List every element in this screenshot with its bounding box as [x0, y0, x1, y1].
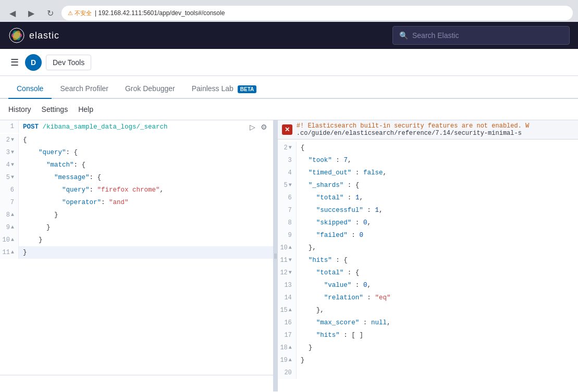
- collapse-8[interactable]: ▲: [11, 210, 14, 220]
- collapse-11[interactable]: ▲: [11, 247, 14, 258]
- editor-line-3: 3 ▼ "query": {: [0, 146, 273, 159]
- main-content: 1 POST /kibana_sample_data_logs/_search …: [0, 120, 578, 391]
- result-collapse-11[interactable]: ▼: [289, 255, 292, 265]
- editor-line-4: 4 ▼ "match": {: [0, 159, 273, 171]
- editor-line-5: 5 ▼ "message": {: [0, 171, 273, 184]
- collapse-10[interactable]: ▲: [11, 235, 14, 245]
- tab-painless-lab[interactable]: Painless Lab BETA: [183, 79, 265, 99]
- menu-button[interactable]: ☰: [8, 55, 21, 70]
- collapse-3[interactable]: ▼: [11, 147, 14, 158]
- line-content-10[interactable]: }: [19, 234, 273, 246]
- result-line-12: 12 ▼ "total" : {: [278, 267, 578, 279]
- result-line-num-16: 16: [278, 317, 297, 329]
- line-number-7: 7: [0, 196, 19, 209]
- result-line-9: 9 "failed" : 0: [278, 229, 578, 242]
- result-line-10: 10 ▲ },: [278, 242, 578, 254]
- result-collapse-10[interactable]: ▲: [289, 243, 292, 253]
- play-button[interactable]: ▷: [248, 121, 257, 133]
- result-line-2: 2 ▼ {: [278, 142, 578, 154]
- result-line-num-15: 15 ▲: [278, 304, 297, 317]
- line-content-11[interactable]: }: [19, 246, 273, 259]
- line-content-4[interactable]: "match": {: [19, 159, 273, 171]
- collapse-2[interactable]: ▼: [11, 135, 14, 145]
- line-content-1[interactable]: POST /kibana_sample_data_logs/_search ▷ …: [19, 120, 273, 134]
- panel-divider[interactable]: [274, 120, 278, 391]
- result-line-num-17: 17: [278, 329, 297, 342]
- sub-header: ☰ D Dev Tools: [0, 49, 578, 76]
- editor-actions: ▷ ⚙: [248, 121, 269, 133]
- result-collapse-15[interactable]: ▲: [289, 305, 292, 315]
- result-collapse-2[interactable]: ▼: [289, 143, 292, 153]
- collapse-5[interactable]: ▼: [11, 172, 14, 183]
- result-collapse-5[interactable]: ▼: [289, 180, 292, 191]
- elastic-logo[interactable]: elastic: [8, 27, 59, 44]
- editor-line-8: 8 ▲ }: [0, 209, 273, 221]
- forward-button[interactable]: ▶: [24, 6, 39, 20]
- result-collapse-18[interactable]: ▲: [289, 343, 292, 353]
- result-header: ✕ #! Elasticsearch built-in security fea…: [278, 120, 578, 140]
- result-line-num-12: 12 ▼: [278, 267, 297, 279]
- result-content: 2 ▼ { 3 "took" : 7, 4 "timed_out" : fals…: [278, 140, 578, 381]
- line-content-3[interactable]: "query": {: [19, 146, 273, 159]
- search-icon: 🔍: [399, 31, 408, 40]
- help-button[interactable]: Help: [78, 103, 93, 116]
- result-line-4: 4 "timed_out" : false,: [278, 167, 578, 179]
- notice-line-1: #! Elasticsearch built-in security featu…: [297, 122, 529, 130]
- history-button[interactable]: History: [8, 103, 31, 116]
- elastic-logo-icon: [8, 27, 25, 44]
- address-bar: ⚠ 不安全 | 192.168.42.111:5601/app/dev_tool…: [62, 6, 573, 20]
- tab-search-profiler[interactable]: Search Profiler: [52, 79, 117, 99]
- editor-line-11: 11 ▲ }: [0, 246, 273, 259]
- editor-line-7: 7 "operator": "and": [0, 196, 273, 209]
- line-content-7[interactable]: "operator": "and": [19, 196, 273, 209]
- line-content-5[interactable]: "message": {: [19, 171, 273, 184]
- result-line-7: 7 "successful" : 1,: [278, 204, 578, 217]
- result-line-3: 3 "took" : 7,: [278, 154, 578, 167]
- result-line-11: 11 ▼ "hits" : {: [278, 254, 578, 267]
- line-content-8[interactable]: }: [19, 209, 273, 221]
- collapse-9[interactable]: ▲: [11, 222, 14, 233]
- result-body[interactable]: 2 ▼ { 3 "took" : 7, 4 "timed_out" : fals…: [278, 140, 578, 391]
- line-content-6[interactable]: "query": "firefox chrome",: [19, 184, 273, 196]
- result-line-num-9: 9: [278, 229, 297, 242]
- editor-panel: 1 POST /kibana_sample_data_logs/_search …: [0, 120, 274, 391]
- line-content-2[interactable]: {: [19, 134, 273, 146]
- result-line-18: 18 ▲ }: [278, 342, 578, 354]
- result-line-num-13: 13: [278, 279, 297, 292]
- result-line-16: 16 "max_score" : null,: [278, 317, 578, 329]
- tab-console[interactable]: Console: [8, 79, 52, 99]
- search-bar[interactable]: 🔍 Search Elastic: [392, 26, 570, 45]
- result-collapse-19[interactable]: ▲: [289, 355, 292, 365]
- close-result-button[interactable]: ✕: [282, 124, 292, 135]
- security-warning: ⚠ 不安全: [68, 9, 92, 17]
- settings-button[interactable]: Settings: [42, 103, 68, 116]
- line-number-9: 9 ▲: [0, 221, 19, 234]
- result-line-num-8: 8: [278, 217, 297, 229]
- tab-grok-debugger[interactable]: Grok Debugger: [117, 79, 183, 99]
- beta-badge: BETA: [238, 85, 256, 93]
- result-panel: ✕ #! Elasticsearch built-in security fea…: [278, 120, 578, 391]
- dev-tools-button[interactable]: Dev Tools: [46, 55, 91, 70]
- result-line-num-19: 19 ▲: [278, 354, 297, 366]
- notice-line-2: .co/guide/en/elasticsearch/reference/7.1…: [297, 130, 529, 137]
- back-button[interactable]: ◀: [5, 6, 20, 20]
- editor-line-1: 1 POST /kibana_sample_data_logs/_search …: [0, 120, 273, 134]
- collapse-4[interactable]: ▼: [11, 160, 14, 170]
- result-line-15: 15 ▲ },: [278, 304, 578, 317]
- reload-button[interactable]: ↻: [43, 6, 57, 20]
- result-line-num-6: 6: [278, 192, 297, 204]
- result-line-6: 6 "total" : 1,: [278, 192, 578, 204]
- result-collapse-12[interactable]: ▼: [289, 268, 292, 278]
- app-header: elastic 🔍 Search Elastic: [0, 22, 578, 49]
- elastic-logo-text: elastic: [29, 30, 59, 41]
- line-number-6: 6: [0, 184, 19, 196]
- result-line-13: 13 "value" : 0,: [278, 279, 578, 292]
- result-line-num-5: 5 ▼: [278, 179, 297, 192]
- line-content-9[interactable]: }: [19, 221, 273, 234]
- editor-line-9: 9 ▲ }: [0, 221, 273, 234]
- code-editor[interactable]: 1 POST /kibana_sample_data_logs/_search …: [0, 120, 273, 375]
- line-number-5: 5 ▼: [0, 171, 19, 184]
- settings-gear-button[interactable]: ⚙: [259, 121, 269, 133]
- result-line-19: 19 ▲ }: [278, 354, 578, 366]
- browser-chrome: ◀ ▶ ↻ ⚠ 不安全 | 192.168.42.111:5601/app/de…: [0, 0, 578, 22]
